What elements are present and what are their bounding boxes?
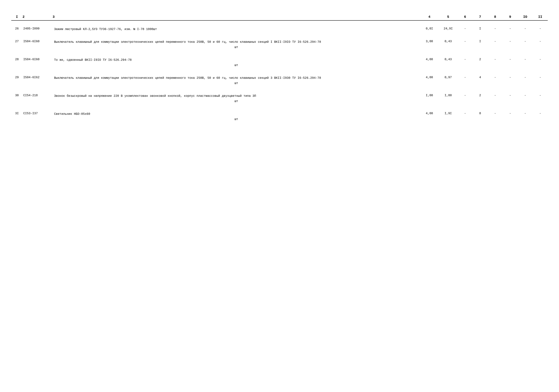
row-number: 26	[11, 27, 23, 31]
table-row: 3IСI53-I37Светильник НБО-05х60шт4,00I,9I…	[11, 108, 548, 126]
row-col7: I	[473, 39, 488, 44]
row-code: 2405-I099	[23, 27, 53, 31]
row-col5: 24,9I	[439, 27, 457, 31]
col-header-11: II	[533, 15, 548, 19]
row-col7: 2	[473, 57, 488, 62]
row-description: Светильник НБО-05х60шт	[53, 111, 420, 122]
row-col7: 2	[473, 93, 488, 98]
row-col7: I	[473, 27, 488, 31]
row-col8: -	[488, 57, 503, 62]
table-row: 262405-I099Зажим люстровый КЛ-2,5УЗ ТУ36…	[11, 23, 548, 36]
row-col8: -	[488, 39, 503, 44]
row-col9: -	[503, 75, 518, 80]
row-col8: -	[488, 27, 503, 31]
table-row: 30СI54-218Звонок безыскровый на напряжен…	[11, 90, 548, 108]
table-row: 28I504-6I60То же, сдвоенный ВКII-I9IO ТУ…	[11, 54, 548, 72]
row-col11: -	[533, 57, 548, 62]
row-col5: I,80	[439, 93, 457, 98]
row-col7: 8	[473, 111, 488, 116]
col-header-2: 2	[23, 15, 53, 19]
row-code: I504-6I60	[23, 57, 53, 62]
row-col11: -	[533, 39, 548, 44]
col-header-5: 5	[439, 15, 457, 19]
row-col4: I,00	[420, 93, 439, 98]
row-col10: -	[518, 75, 533, 80]
row-col11: -	[533, 111, 548, 116]
row-col11: -	[533, 27, 548, 31]
row-description: Звонок безыскровый на напряжение 220 В у…	[53, 93, 420, 104]
row-col6: -	[457, 111, 473, 116]
row-col10: -	[518, 111, 533, 116]
col-header-10: IO	[518, 15, 533, 19]
row-col8: -	[488, 75, 503, 80]
row-description: То же, сдвоенный ВКII-I9IO ТУ I6-526.294…	[53, 57, 420, 68]
row-col6: -	[457, 57, 473, 62]
main-table: I 2 3 4 5 6 7 8 9 IO II 262405-I099Зажим…	[11, 15, 548, 126]
row-description: Выключатель клавишный для коммутации эле…	[53, 39, 420, 50]
table-body: 262405-I099Зажим люстровый КЛ-2,5УЗ ТУ36…	[11, 23, 548, 126]
row-number: 30	[11, 93, 23, 98]
col-header-9: 9	[503, 15, 518, 19]
row-col6: -	[457, 75, 473, 80]
row-col11: -	[533, 93, 548, 98]
row-col8: -	[488, 111, 503, 116]
row-code: СI54-218	[23, 93, 53, 98]
row-col10: -	[518, 93, 533, 98]
row-description: Зажим люстровый КЛ-2,5УЗ ТУ36-1927-76, и…	[53, 27, 420, 32]
row-col6: -	[457, 27, 473, 31]
row-col4: 3,00	[420, 39, 439, 44]
table-row: 29I504-6I62Выключатель клавишный для ком…	[11, 72, 548, 90]
row-code: СI53-I37	[23, 111, 53, 116]
row-col4: 4,00	[420, 75, 439, 80]
row-code: I504-6I60	[23, 39, 53, 44]
row-code: I504-6I62	[23, 75, 53, 80]
row-col5: 0,43	[439, 39, 457, 44]
row-col4: 4,00	[420, 57, 439, 62]
row-col9: -	[503, 39, 518, 44]
row-col5: 0,97	[439, 75, 457, 80]
row-col10: -	[518, 57, 533, 62]
col-header-1: I	[11, 15, 23, 19]
row-description: Выключатель клавишный для коммутации эле…	[53, 75, 420, 86]
col-header-8: 8	[488, 15, 503, 19]
row-number: 29	[11, 75, 23, 80]
col-header-7: 7	[473, 15, 488, 19]
table-row: 27I504-6I60Выключатель клавишный для ком…	[11, 36, 548, 54]
column-headers: I 2 3 4 5 6 7 8 9 IO II	[11, 15, 548, 21]
row-col8: -	[488, 93, 503, 98]
row-col4: 4,00	[420, 111, 439, 116]
row-col7: 4	[473, 75, 488, 80]
row-col6: -	[457, 39, 473, 44]
row-col6: -	[457, 93, 473, 98]
row-number: 3I	[11, 111, 23, 116]
row-col5: 0,43	[439, 57, 457, 62]
row-col9: -	[503, 111, 518, 116]
row-col9: -	[503, 27, 518, 31]
row-col10: -	[518, 39, 533, 44]
row-number: 27	[11, 39, 23, 44]
row-col9: -	[503, 57, 518, 62]
row-col11: -	[533, 75, 548, 80]
col-header-3: 3	[53, 15, 420, 19]
col-header-4: 4	[420, 15, 439, 19]
col-header-6: 6	[457, 15, 473, 19]
row-col10: -	[518, 27, 533, 31]
row-col5: I,9I	[439, 111, 457, 116]
row-number: 28	[11, 57, 23, 62]
row-col9: -	[503, 93, 518, 98]
row-col4: 0,0I	[420, 27, 439, 31]
